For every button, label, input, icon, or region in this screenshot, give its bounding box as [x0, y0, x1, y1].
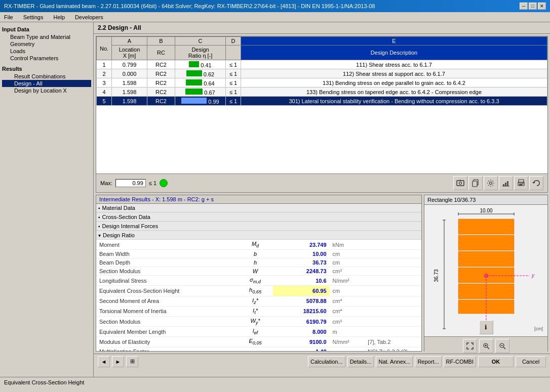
sidebar-item-result-combinations[interactable]: Result Combinations: [2, 73, 91, 80]
input-data-label: Input Data: [2, 26, 91, 32]
svg-text:y: y: [531, 273, 535, 278]
expand-icon: ▪: [98, 224, 100, 229]
col-b-subheader: RC: [147, 46, 175, 60]
row-x: 0.000: [112, 69, 147, 78]
max-value-input[interactable]: [115, 179, 146, 187]
toolbar-view-btn[interactable]: [453, 176, 467, 190]
expand-icon: ▪: [98, 214, 100, 220]
intermediate-header: Intermediate Results - X: 1.598 m - RC2:…: [96, 195, 421, 204]
svg-rect-25: [458, 251, 514, 267]
intermediate-results-panel: Intermediate Results - X: 1.598 m - RC2:…: [96, 195, 422, 352]
toolbar-copy-btn[interactable]: [468, 176, 483, 190]
svg-rect-6: [503, 184, 504, 186]
table-row[interactable]: 1 0.799 RC2 0.41 ≤ 1 111) Shear stress a…: [97, 60, 547, 69]
toolbar-settings-btn[interactable]: [484, 176, 498, 190]
sidebar-item-design-all[interactable]: Design - All: [2, 80, 91, 87]
cs-info-btn[interactable]: ℹ: [479, 320, 493, 334]
menu-help[interactable]: Help: [51, 14, 67, 21]
cs-body: 10.00 36.73: [424, 205, 547, 336]
title-bar-controls: ─ □ ✕: [520, 3, 546, 10]
calculation-button[interactable]: Calculation...: [308, 356, 345, 367]
close-button[interactable]: ✕: [538, 3, 546, 10]
table-row[interactable]: 2 0.000 RC2 0.62 ≤ 1 112) Shear stress a…: [97, 69, 547, 78]
main-layout: Input Data Beam Type and Material Geomet…: [0, 22, 550, 377]
bottom-area: Intermediate Results - X: 1.598 m - RC2:…: [96, 195, 548, 352]
expand-icon: ▾: [98, 233, 101, 238]
cancel-button[interactable]: Cancel: [516, 356, 546, 367]
col-c-subheader: DesignRatio η [-]: [175, 46, 226, 60]
col-b-header: B: [147, 37, 175, 46]
maximize-button[interactable]: □: [529, 3, 537, 10]
table-row[interactable]: 3 1.598 RC2 0.64 ≤ 1 131) Bending stress…: [97, 78, 547, 88]
col-a-subheader: LocationX [m]: [112, 46, 147, 60]
menu-bar: File Settings Help Developers: [0, 12, 550, 22]
status-text: Equivalent Cross-Section Height: [4, 379, 84, 385]
col-c-header: C: [175, 37, 226, 46]
row-x: 0.799: [112, 60, 147, 69]
sidebar-item-geometry[interactable]: Geometry: [2, 40, 91, 48]
row-desc: 301) Lateral torsional stability verific…: [241, 97, 547, 106]
design-ratio-header[interactable]: ▾ Design Ratio: [96, 231, 421, 240]
minimize-button[interactable]: ─: [520, 3, 528, 10]
menu-settings[interactable]: Settings: [21, 14, 46, 21]
cs-zoom-out-btn[interactable]: [495, 339, 509, 353]
row-leq: ≤ 1: [226, 60, 241, 69]
toolbar-undo-btn[interactable]: [529, 176, 543, 190]
row-rc: RC2: [147, 97, 175, 106]
details-button[interactable]: Details...: [347, 356, 374, 367]
ok-button[interactable]: OK: [478, 356, 514, 367]
row-leq: ≤ 1: [226, 78, 241, 88]
title-bar-title: RX-TIMBER - Glued laminated beam - 2.27.…: [4, 3, 375, 9]
row-desc: 131) Bending stress on edge parallel to …: [241, 78, 547, 88]
cs-zoom-fit-btn[interactable]: [463, 339, 477, 353]
design-internal-forces-header[interactable]: ▪ Design Internal Forces: [96, 222, 421, 231]
row-x: 1.598: [112, 88, 147, 97]
bottom-toolbar: ◄ ► ⊞ Calculation... Details... Nat. Ann…: [94, 354, 550, 369]
table-row[interactable]: 5 1.598 RC2 0.99 ≤ 1 301) Lateral torsio…: [97, 97, 547, 106]
status-ok-indicator: [160, 179, 168, 187]
menu-developers[interactable]: Developers: [73, 14, 105, 21]
cs-zoom-in-btn[interactable]: [479, 339, 493, 353]
svg-text:10.00: 10.00: [480, 208, 492, 213]
toolbar-chart-btn[interactable]: [499, 176, 513, 190]
top-grid: No. A B C D E LocationX [m] RC DesignRat…: [96, 36, 548, 193]
title-bar: RX-TIMBER - Glued laminated beam - 2.27.…: [0, 0, 550, 12]
design-ratio-section: ▾ Design Ratio MomentMd23.749kNm Beam Wi…: [96, 231, 421, 351]
left-panel: Input Data Beam Type and Material Geomet…: [0, 22, 94, 377]
list-item: Equivalent Member Lengthlef8.000m: [96, 327, 421, 337]
svg-rect-7: [505, 183, 506, 186]
material-data-section: ▪ Material Data: [96, 204, 421, 213]
content-area: 2.2 Design - All No. A B C D E: [94, 22, 550, 377]
nat-annex-button[interactable]: Nat. Annex...: [376, 356, 413, 367]
sidebar-item-control-params[interactable]: Control Parameters: [2, 55, 91, 62]
nav-back-btn[interactable]: ◄: [98, 356, 110, 367]
sidebar-item-design-by-location[interactable]: Design by Location X: [2, 87, 91, 94]
sidebar-item-beam-type[interactable]: Beam Type and Material: [2, 33, 91, 40]
row-rc: RC2: [147, 60, 175, 69]
list-item: Multiplication Factor1.40NCI Zu 6.3.3 (2…: [96, 347, 421, 351]
design-ratio-table: MomentMd23.749kNm Beam Widthb10.00cm Bea…: [96, 240, 421, 351]
menu-file[interactable]: File: [2, 14, 15, 21]
rf-combi-button[interactable]: RF-COMBI: [444, 356, 476, 367]
nav-forward-btn[interactable]: ►: [112, 356, 124, 367]
design-ratio-label: Design Ratio: [103, 232, 135, 238]
row-x: 1.598: [112, 78, 147, 88]
row-no: 5: [97, 97, 112, 106]
svg-rect-24: [458, 235, 514, 250]
row-ratio: 0.64: [175, 78, 226, 88]
row-no: 4: [97, 88, 112, 97]
list-item: Beam Widthb10.00cm: [96, 250, 421, 258]
list-item: MomentMd23.749kNm: [96, 240, 421, 250]
material-data-header[interactable]: ▪ Material Data: [96, 204, 421, 212]
col-e-subheader: Design Description: [241, 46, 547, 60]
cross-section-data-section: ▪ Cross-Section Data: [96, 213, 421, 222]
svg-rect-23: [458, 219, 514, 234]
toolbar-print-btn[interactable]: [514, 176, 528, 190]
sidebar-item-loads[interactable]: Loads: [2, 48, 91, 55]
row-leq: ≤ 1: [226, 69, 241, 78]
report-button[interactable]: Report...: [415, 356, 441, 367]
add-btn[interactable]: ⊞: [126, 356, 138, 367]
cross-section-data-header[interactable]: ▪ Cross-Section Data: [96, 213, 421, 222]
leq-1-label: ≤ 1: [149, 180, 156, 186]
table-row[interactable]: 4 1.598 RC2 0.67 ≤ 1 133) Bending stress…: [97, 88, 547, 97]
